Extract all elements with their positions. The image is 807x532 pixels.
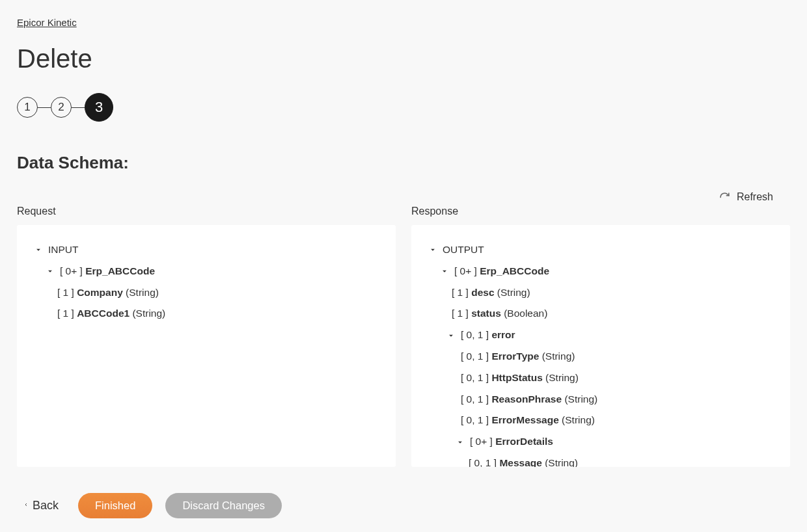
tree-node-input[interactable]: INPUT [34, 239, 379, 261]
tree-node-status[interactable]: [ 1 ] status (Boolean) [428, 303, 773, 325]
finished-button[interactable]: Finished [78, 493, 152, 518]
breadcrumb-link[interactable]: Epicor Kinetic [17, 17, 77, 28]
tree-label: [ 0+ ] Erp_ABCCode [454, 263, 549, 280]
tree-label: [ 0, 1 ] ErrorMessage (String) [461, 412, 595, 429]
tree-node-desc[interactable]: [ 1 ] desc (String) [428, 282, 773, 304]
refresh-row[interactable]: Refresh [17, 191, 790, 203]
tree-label: [ 1 ] Company (String) [57, 285, 159, 301]
tree-label: [ 0, 1 ] error [461, 327, 515, 343]
tree-label: [ 0, 1 ] ReasonPhrase (String) [461, 392, 597, 408]
breadcrumb: Epicor Kinetic [17, 17, 790, 29]
step-connector [38, 107, 51, 108]
tree-node-erp-abccode-out[interactable]: [ 0+ ] Erp_ABCCode [428, 261, 773, 282]
tree-label: [ 1 ] status (Boolean) [452, 306, 547, 322]
chevron-down-icon [440, 267, 449, 276]
stepper: 1 2 3 [17, 93, 790, 122]
tree-node-httpstatus[interactable]: [ 0, 1 ] HttpStatus (String) [428, 367, 773, 389]
chevron-down-icon [428, 245, 437, 254]
tree-label: INPUT [48, 242, 79, 258]
back-button[interactable]: Back [17, 495, 65, 516]
tree-node-error[interactable]: [ 0, 1 ] error [428, 325, 773, 346]
step-2[interactable]: 2 [51, 97, 72, 118]
page-title: Delete [17, 44, 790, 73]
tree-label: [ 0+ ] Erp_ABCCode [60, 263, 155, 280]
refresh-label: Refresh [737, 191, 773, 203]
chevron-left-icon [23, 499, 29, 512]
tree-label: [ 0, 1 ] Message (String) [469, 455, 578, 467]
tree-node-company[interactable]: [ 1 ] Company (String) [34, 282, 379, 304]
tree-node-erp-abccode[interactable]: [ 0+ ] Erp_ABCCode [34, 261, 379, 282]
tree-node-abccode1[interactable]: [ 1 ] ABCCode1 (String) [34, 303, 379, 325]
discard-changes-button[interactable]: Discard Changes [165, 493, 282, 518]
chevron-down-icon [446, 331, 456, 340]
step-connector [72, 107, 85, 108]
tree-label: [ 0, 1 ] ErrorType (String) [461, 349, 575, 365]
tree-label: OUTPUT [443, 242, 484, 258]
step-1[interactable]: 1 [17, 97, 38, 118]
back-label: Back [33, 499, 59, 512]
request-label: Request [17, 206, 396, 217]
request-panel: INPUT [ 0+ ] Erp_ABCCode [ 1 ] Company (… [17, 225, 396, 467]
tree-node-errortype[interactable]: [ 0, 1 ] ErrorType (String) [428, 346, 773, 367]
tree-node-reasonphrase[interactable]: [ 0, 1 ] ReasonPhrase (String) [428, 389, 773, 410]
tree-node-errormessage[interactable]: [ 0, 1 ] ErrorMessage (String) [428, 410, 773, 431]
response-label: Response [411, 206, 790, 217]
tree-node-message[interactable]: [ 0, 1 ] Message (String) [428, 453, 773, 467]
chevron-down-icon [34, 245, 43, 254]
tree-label: [ 0+ ] ErrorDetails [470, 434, 553, 450]
tree-label: [ 0, 1 ] HttpStatus (String) [461, 370, 579, 386]
tree-label: [ 1 ] desc (String) [452, 285, 530, 301]
tree-node-output[interactable]: OUTPUT [428, 239, 773, 261]
tree-label: [ 1 ] ABCCode1 (String) [57, 306, 165, 322]
chevron-down-icon [46, 267, 55, 276]
section-heading: Data Schema: [17, 153, 790, 173]
response-panel: OUTPUT [ 0+ ] Erp_ABCCode [ 1 ] desc (St… [411, 225, 790, 467]
footer: Back Finished Discard Changes [17, 493, 790, 518]
refresh-icon [719, 192, 730, 203]
chevron-down-icon [456, 438, 465, 447]
tree-node-errordetails[interactable]: [ 0+ ] ErrorDetails [428, 431, 773, 453]
step-3[interactable]: 3 [85, 93, 113, 122]
